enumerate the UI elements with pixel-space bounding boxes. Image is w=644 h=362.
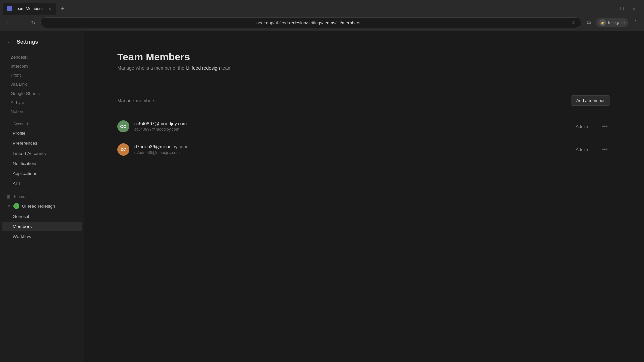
tab-close-button[interactable]: ✕ (47, 6, 52, 11)
member-email-primary: d7bdeb36@moodjoy.com (134, 144, 571, 149)
member-avatar-cc540897: CC (117, 120, 129, 132)
incognito-icon: 🕵 (599, 19, 606, 26)
sidebar-item-workflow[interactable]: Workflow (2, 232, 82, 241)
member-role: Admin (576, 147, 588, 152)
sidebar-item-google-sheets[interactable]: Google Sheets (0, 89, 84, 98)
minimize-button[interactable]: ─ (605, 4, 614, 13)
page-title: Team Members (117, 51, 610, 63)
maximize-button[interactable]: ❐ (617, 4, 627, 13)
bookmark-icon[interactable]: ☆ (571, 20, 576, 25)
sidebar-item-front[interactable]: Front (0, 71, 84, 80)
url-text: linear.app/ui-feed-redesign/settings/tea… (46, 20, 569, 25)
new-tab-button[interactable]: + (58, 4, 67, 13)
subtitle-suffix: team (220, 65, 232, 71)
sidebar-item-general[interactable]: General (2, 212, 82, 221)
members-header: Manage members. Add a member (117, 95, 610, 106)
tab-title: Team Members (15, 6, 44, 11)
sidebar-item-api[interactable]: API (2, 179, 82, 188)
member-info-cc540897: cc540897@moodjoy.com cc540897@moodjoy.co… (134, 121, 571, 132)
subtitle-prefix: Manage who is a member of the (117, 65, 186, 71)
sidebar-header: ← Settings (0, 31, 84, 51)
sidebar-item-preferences[interactable]: Preferences (2, 138, 82, 148)
incognito-button[interactable]: 🕵 Incognito (596, 18, 628, 27)
browser-menu-button[interactable]: ⋮ (631, 18, 640, 27)
members-list: CC cc540897@moodjoy.com cc540897@moodjoy… (117, 115, 610, 161)
team-avatar: 🌿 (13, 203, 19, 209)
member-email-secondary: d7bdeb36@moodjoy.com (134, 150, 571, 155)
sidebar-item-intercom[interactable]: Intercom (0, 62, 84, 71)
browser-chrome: L Team Members ✕ + ─ ❐ ✕ ← → ↻ linear.ap… (0, 0, 644, 31)
address-bar: ← → ↻ linear.app/ui-feed-redesign/settin… (0, 15, 644, 31)
sidebar-item-airbyte[interactable]: Airbyte (0, 98, 84, 107)
sidebar-back-button[interactable]: ← (5, 38, 13, 46)
tab-bar: L Team Members ✕ + ─ ❐ ✕ (0, 0, 644, 15)
team-item-ui-feed[interactable]: ▼ 🌿 Ui feed redesign (2, 201, 82, 211)
member-row: CC cc540897@moodjoy.com cc540897@moodjoy… (117, 115, 610, 138)
page-subtitle: Manage who is a member of the Ui feed re… (117, 65, 610, 71)
sidebar-item-applications[interactable]: Applications (2, 169, 82, 178)
member-menu-button[interactable]: ••• (599, 122, 610, 131)
incognito-label: Incognito (608, 20, 625, 25)
sidebar-item-members[interactable]: Members (2, 222, 82, 231)
member-info-d7bdeb36: d7bdeb36@moodjoy.com d7bdeb36@moodjoy.co… (134, 144, 571, 155)
active-tab[interactable]: L Team Members ✕ (3, 3, 56, 15)
extensions-button[interactable]: ⧉ (584, 18, 593, 27)
account-section-icon: ⊙ (5, 121, 11, 127)
back-button[interactable]: ← (4, 18, 13, 27)
sidebar-item-notion[interactable]: Notion (0, 107, 84, 116)
sidebar-item-jira-link[interactable]: Jira Link (0, 80, 84, 89)
member-avatar-d7bdeb36: D7 (117, 143, 129, 156)
sidebar-item-profile[interactable]: Profile (2, 128, 82, 138)
sidebar-item-linked-accounts[interactable]: Linked Accounts (2, 148, 82, 158)
main-content: Team Members Manage who is a member of t… (84, 31, 644, 362)
member-menu-button[interactable]: ••• (599, 145, 610, 154)
account-section: ⊙ Account Profile Preferences Linked Acc… (0, 117, 84, 190)
app-layout: ← Settings Zendesk Intercom Front Jira L… (0, 31, 644, 362)
member-role: Admin (576, 124, 588, 129)
url-bar[interactable]: linear.app/ui-feed-redesign/settings/tea… (40, 17, 581, 28)
sidebar: ← Settings Zendesk Intercom Front Jira L… (0, 31, 84, 362)
account-section-header: ⊙ Account (0, 119, 84, 128)
add-member-button[interactable]: Add a member (571, 95, 610, 106)
member-email-primary: cc540897@moodjoy.com (134, 121, 571, 126)
teams-section-header: ▦ Teams (0, 191, 84, 201)
member-row: D7 d7bdeb36@moodjoy.com d7bdeb36@moodjoy… (117, 138, 610, 161)
teams-section-label: Teams (13, 194, 25, 199)
team-name: Ui feed redesign (22, 204, 55, 209)
forward-button[interactable]: → (16, 18, 25, 27)
member-email-secondary: cc540897@moodjoy.com (134, 127, 571, 132)
settings-title: Settings (17, 39, 38, 45)
divider (117, 84, 610, 84)
window-controls: ─ ❐ ✕ (605, 4, 641, 13)
teams-section: ▦ Teams ▼ 🌿 Ui feed redesign General Mem… (0, 190, 84, 243)
tab-favicon: L (7, 6, 12, 11)
teams-section-icon: ▦ (5, 194, 11, 199)
team-chevron-icon: ▼ (7, 204, 11, 208)
sidebar-item-notifications[interactable]: Notifications (2, 159, 82, 168)
account-section-label: Account (13, 122, 28, 126)
subtitle-team: Ui feed redesign (186, 65, 220, 71)
integrations-section: Zendesk Intercom Front Jira Link Google … (0, 51, 84, 117)
manage-members-label: Manage members. (117, 98, 157, 103)
reload-button[interactable]: ↻ (28, 18, 38, 27)
close-window-button[interactable]: ✕ (629, 4, 639, 13)
sidebar-item-zendesk[interactable]: Zendesk (0, 53, 84, 62)
